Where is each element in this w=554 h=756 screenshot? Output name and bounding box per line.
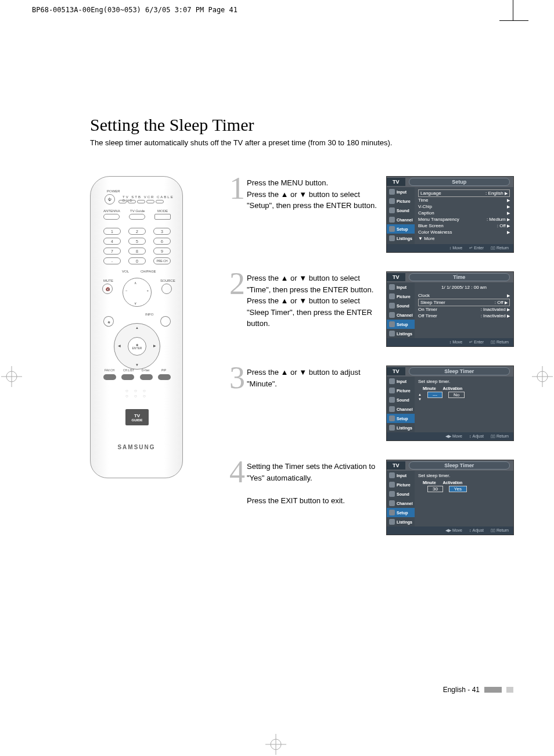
- registration-mark: [264, 733, 287, 756]
- osd-side-item: Sound: [387, 489, 415, 499]
- osd-side-item: Channel: [387, 404, 415, 414]
- step-text: Press the MENU button.Press the ▲ or ▼ b…: [247, 176, 386, 212]
- osd-side-item: Setup: [387, 224, 415, 234]
- page-title: Setting the Sleep Timer: [90, 115, 514, 135]
- number-pad: 123 456 789 -0PRE-CH: [103, 228, 171, 267]
- osd-side-item: Listings: [387, 329, 415, 338]
- osd-side-item: Picture: [387, 292, 415, 301]
- osd-screenshot: TVSleep Timer InputPictureSoundChannelSe…: [386, 460, 514, 535]
- step-text: Setting the Timer sets the Activation to…: [247, 460, 386, 506]
- osd-side-item: Setup: [387, 508, 415, 517]
- step: 4 Setting the Timer sets the Activation …: [229, 460, 514, 535]
- osd-side-item: Channel: [387, 310, 415, 320]
- osd-side-item: Sound: [387, 301, 415, 310]
- osd-screenshot: TVSetup InputPictureSoundChannelSetupLis…: [386, 176, 514, 253]
- osd-side-item: Picture: [387, 196, 415, 206]
- osd-side-item: Setup: [387, 320, 415, 329]
- crop-mark: [499, 20, 528, 21]
- osd-side-item: Sound: [387, 206, 415, 215]
- tvguide-logo: TVGUIDE: [125, 409, 149, 425]
- osd-side-item: Input: [387, 377, 415, 386]
- osd-screenshot: TVSleep Timer InputPictureSoundChannelSe…: [386, 366, 514, 441]
- step-number: 3: [229, 366, 247, 390]
- print-header: BP68-00513A-00Eng(030~053) 6/3/05 3:07 P…: [32, 6, 238, 14]
- osd-side-item: Input: [387, 471, 415, 480]
- osd-side-item: Sound: [387, 395, 415, 404]
- osd-screenshot: TVTime InputPictureSoundChannelSetupList…: [386, 271, 514, 347]
- osd-side-item: Setup: [387, 414, 415, 423]
- osd-side-item: Channel: [387, 499, 415, 508]
- step: 1 Press the MENU button.Press the ▲ or ▼…: [229, 176, 514, 253]
- brand-logo: SAMSUNG: [91, 444, 182, 450]
- step-number: 4: [229, 460, 247, 485]
- page-content: Setting the Sleep Timer The sleep timer …: [90, 115, 514, 554]
- step-number: 1: [229, 176, 247, 201]
- registration-mark: [0, 365, 23, 388]
- step: 3 Press the ▲ or ▼ button to adjust "Min…: [229, 366, 514, 441]
- step-text: Press the ▲ or ▼ button to adjust "Minut…: [247, 366, 386, 389]
- remote-illustration: POWER ⏻ TV STB VCR CABLE DVD ANTENNA TV …: [90, 176, 183, 478]
- osd-side-item: Listings: [387, 234, 415, 243]
- osd-side-item: Channel: [387, 215, 415, 224]
- step-number: 2: [229, 271, 247, 296]
- osd-side-item: Picture: [387, 480, 415, 489]
- osd-side-item: Picture: [387, 386, 415, 395]
- page-footer: English - 41: [443, 686, 513, 694]
- page-subtitle: The sleep timer automatically shuts off …: [90, 138, 514, 147]
- osd-side-item: Listings: [387, 517, 415, 526]
- osd-side-item: Input: [387, 282, 415, 292]
- power-icon: ⏻: [105, 194, 115, 205]
- crop-mark: [513, 0, 513, 20]
- osd-side-item: Input: [387, 187, 415, 196]
- registration-mark: [531, 365, 554, 388]
- step-text: Press the ▲ or ▼ button to select "Time"…: [247, 271, 386, 329]
- osd-side-item: Listings: [387, 423, 415, 432]
- enter-button: ◉ENTER: [128, 337, 146, 356]
- step: 2 Press the ▲ or ▼ button to select "Tim…: [229, 271, 514, 347]
